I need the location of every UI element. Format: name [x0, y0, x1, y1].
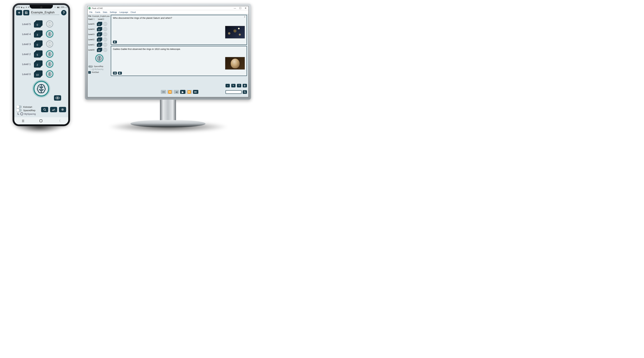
link-button[interactable] — [113, 72, 117, 74]
answer-text: Galileo Galilei first observed the rings… — [113, 48, 245, 50]
grid-icon: ⠿ — [238, 84, 240, 87]
card-stack[interactable]: 5 — [34, 50, 43, 58]
level-count-d: 0 — [97, 33, 101, 36]
back-button[interactable]: 〈 — [58, 119, 60, 123]
l-indicator: L — [18, 112, 19, 116]
phone-notch — [30, 5, 53, 8]
study-level-button[interactable] — [46, 20, 53, 28]
card-stack-d[interactable]: 0 — [97, 27, 102, 31]
last-icon: ⏭ — [194, 90, 197, 94]
add-card-button[interactable]: ＋ — [226, 84, 230, 88]
study-level-button-d[interactable] — [103, 22, 107, 26]
speaker-icon — [114, 41, 116, 43]
brain-icon — [104, 28, 107, 30]
last-button[interactable]: ⏭ — [193, 90, 198, 94]
myspacing-radio-d[interactable] — [92, 69, 94, 70]
brain-icon — [104, 48, 107, 51]
first-icon: ⏮ — [162, 90, 165, 94]
audio-button-q[interactable] — [113, 40, 117, 44]
card-stack[interactable]: 10 — [34, 70, 43, 78]
menu-file[interactable]: File — [89, 11, 92, 13]
search-button[interactable] — [41, 107, 48, 112]
plus-icon: ＋ — [226, 84, 229, 87]
play-icon: ▶ — [182, 90, 184, 94]
rewind-button[interactable]: ⏪ — [167, 90, 172, 94]
search-button-d[interactable] — [243, 90, 247, 94]
l-indicator-d: L — [91, 68, 92, 70]
view-button[interactable] — [54, 95, 61, 101]
add-button[interactable] — [16, 10, 22, 15]
telegram-icon: ◭ — [23, 6, 25, 8]
card-stack-d[interactable]: 0 — [97, 32, 102, 36]
level-count: 5 — [34, 52, 41, 58]
spacedrep-toggle[interactable] — [16, 109, 22, 112]
home-button[interactable] — [40, 120, 42, 122]
spacedrep-toggle-d[interactable] — [88, 66, 93, 68]
card-stack-d[interactable]: 0 — [97, 37, 102, 42]
brain-icon — [104, 22, 107, 26]
study-level-button[interactable] — [46, 60, 53, 68]
level-count-d: 10 — [97, 49, 101, 52]
help-button[interactable]: ? — [61, 10, 66, 15]
menu-cards[interactable]: Cards — [95, 11, 100, 13]
card-stack[interactable]: 2 — [34, 60, 43, 68]
study-button[interactable] — [96, 54, 103, 62]
recent-apps-button[interactable]: ||| — [22, 119, 24, 122]
study-level-button-d[interactable] — [103, 32, 107, 36]
brain-icon — [47, 42, 52, 46]
menu-cloud[interactable]: Cloud — [130, 11, 136, 13]
monitor-bezel: Pauk v2.542 — ☐ ✕ File Cards Stats Setti… — [85, 4, 251, 100]
study-level-button[interactable] — [46, 50, 53, 58]
settings-button[interactable] — [59, 107, 66, 112]
myspacing-radio[interactable] — [20, 112, 23, 115]
study-level-button-d[interactable] — [103, 43, 107, 47]
save-icon — [25, 11, 28, 14]
level-label: Level — [98, 18, 102, 20]
grid-button[interactable]: ⠿ — [237, 84, 241, 88]
maximize-button[interactable]: ☐ — [239, 7, 242, 10]
study-level-button[interactable] — [46, 30, 53, 38]
level-count: 10 — [34, 72, 41, 78]
save-button[interactable] — [23, 10, 29, 15]
card-stack[interactable]: 0 — [34, 20, 43, 28]
minimize-button[interactable]: — — [234, 7, 236, 10]
study-level-button-d[interactable] — [103, 27, 107, 31]
answer-image — [225, 57, 245, 70]
forward-button[interactable]: ⏩ — [186, 90, 192, 94]
search-icon — [244, 91, 246, 93]
close-button[interactable]: ✕ — [245, 7, 246, 10]
study-all-button[interactable] — [34, 81, 49, 96]
card-toolbar: ＋ ✎ ⠿ 🗑 — [226, 84, 247, 88]
search-input[interactable] — [226, 90, 242, 94]
card-stack-d[interactable]: 0 — [97, 22, 102, 26]
level-label-d: Level 5 — [88, 23, 96, 25]
study-level-button-d[interactable] — [103, 48, 107, 52]
kickstart-label: Kickstart — [23, 106, 32, 108]
edit-card-button[interactable]: ✎ — [231, 84, 236, 88]
study-level-button-d[interactable] — [103, 38, 107, 42]
menu-bar: File Cards Stats Settings Language Cloud — [88, 10, 248, 14]
stats-button[interactable] — [50, 107, 57, 112]
delete-card-button[interactable]: 🗑 — [243, 84, 247, 88]
prev-button[interactable]: ◀ — [174, 90, 179, 94]
levels-list: Level 5 0 Level 4 3 Level 3 0 Level 2 5 — [14, 16, 68, 80]
card-stack-d[interactable]: 10 — [97, 48, 102, 52]
card-stack[interactable]: 3 — [34, 30, 43, 38]
study-level-button[interactable] — [46, 40, 53, 48]
card-stack-d[interactable]: 0 — [97, 42, 102, 47]
study-level-button[interactable] — [46, 70, 53, 78]
kickstart-toggle[interactable] — [16, 106, 22, 108]
signal-icon: ▮▮▯ — [57, 6, 60, 8]
brain-icon — [36, 83, 47, 94]
kickstart-check[interactable]: ✓ — [88, 71, 91, 74]
status-time: 18:52 — [16, 6, 20, 8]
menu-language[interactable]: Language — [119, 11, 128, 13]
card-stack[interactable]: 0 — [34, 40, 43, 48]
menu-settings[interactable]: Settings — [110, 11, 117, 13]
menu-stats[interactable]: Stats — [103, 11, 107, 13]
first-button[interactable]: ⏮ — [161, 90, 166, 94]
file-title[interactable]: Example_English — [31, 11, 59, 15]
play-button[interactable]: ▶ — [180, 90, 186, 94]
trash-icon: 🗑 — [244, 84, 246, 87]
audio-button-a[interactable] — [118, 72, 122, 74]
